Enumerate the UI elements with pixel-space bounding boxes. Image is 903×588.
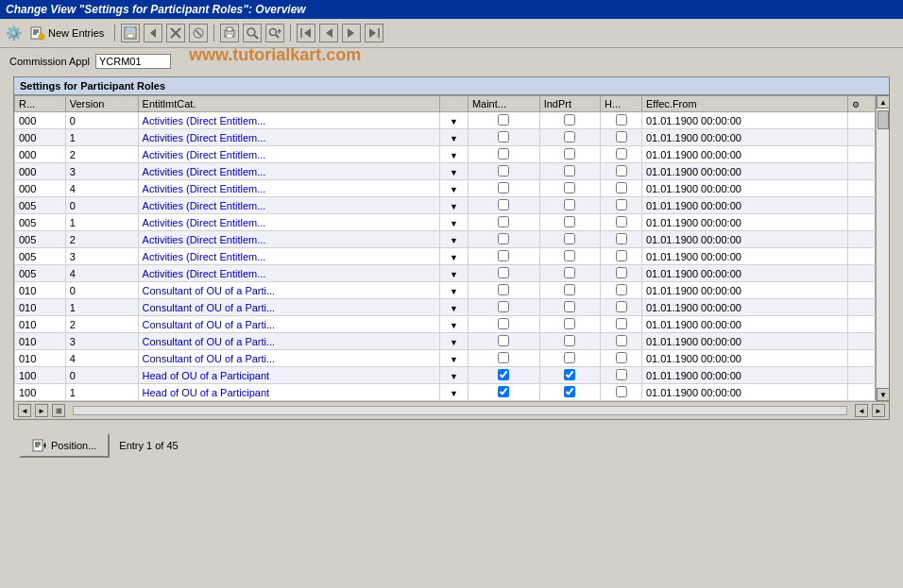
cell-dropdown-arrow[interactable]: ▼ xyxy=(439,180,468,197)
maint-checkbox[interactable] xyxy=(498,199,509,210)
customizing-icon[interactable]: ⚙️ xyxy=(6,25,22,41)
cell-h[interactable] xyxy=(601,197,642,214)
h-checkbox[interactable] xyxy=(616,199,627,210)
indprt-checkbox[interactable] xyxy=(564,284,575,295)
indprt-checkbox[interactable] xyxy=(564,318,575,329)
maint-checkbox[interactable] xyxy=(498,335,509,346)
table-row[interactable]: 0051Activities (Direct Entitlem...▼01.01… xyxy=(15,214,876,231)
h-checkbox[interactable] xyxy=(616,267,627,278)
cell-indprt[interactable] xyxy=(539,282,600,299)
cell-maint[interactable] xyxy=(468,299,539,316)
cell-indprt[interactable] xyxy=(539,350,600,367)
h-checkbox[interactable] xyxy=(616,284,627,295)
cell-dropdown-arrow[interactable]: ▼ xyxy=(439,112,468,129)
exit-icon[interactable] xyxy=(166,24,185,42)
cell-h[interactable] xyxy=(601,163,642,180)
vertical-scrollbar[interactable]: ▲ ▼ xyxy=(876,95,889,401)
indprt-checkbox[interactable] xyxy=(564,114,575,126)
cell-h[interactable] xyxy=(601,112,642,129)
cell-maint[interactable] xyxy=(468,367,539,384)
cell-indprt[interactable] xyxy=(539,129,600,146)
maint-checkbox[interactable] xyxy=(498,284,509,295)
cell-dropdown-arrow[interactable]: ▼ xyxy=(439,333,468,350)
table-row[interactable]: 0100Consultant of OU of a Parti...▼01.01… xyxy=(15,282,876,299)
maint-checkbox[interactable] xyxy=(498,165,509,176)
table-row[interactable]: 0050Activities (Direct Entitlem...▼01.01… xyxy=(15,197,876,214)
col-header-settings[interactable]: ⚙ xyxy=(848,96,876,112)
cell-indprt[interactable] xyxy=(539,316,600,333)
table-row[interactable]: 0103Consultant of OU of a Parti...▼01.01… xyxy=(15,333,876,350)
cell-h[interactable] xyxy=(601,265,642,282)
maint-checkbox[interactable] xyxy=(498,386,509,397)
h-checkbox[interactable] xyxy=(616,335,627,346)
indprt-checkbox[interactable] xyxy=(564,199,575,210)
maint-checkbox[interactable] xyxy=(498,369,509,380)
maint-checkbox[interactable] xyxy=(498,233,509,244)
maint-checkbox[interactable] xyxy=(498,216,509,227)
horizontal-scroll-track[interactable] xyxy=(73,406,847,415)
cell-h[interactable] xyxy=(601,367,642,384)
indprt-checkbox[interactable] xyxy=(564,131,575,143)
cell-maint[interactable] xyxy=(468,146,539,163)
indprt-checkbox[interactable] xyxy=(564,165,575,176)
cell-maint[interactable] xyxy=(468,282,539,299)
cell-indprt[interactable] xyxy=(539,299,600,316)
indprt-checkbox[interactable] xyxy=(564,250,575,261)
maint-checkbox[interactable] xyxy=(498,114,509,126)
h-checkbox[interactable] xyxy=(616,318,627,329)
h-checkbox[interactable] xyxy=(616,148,627,160)
cell-indprt[interactable] xyxy=(539,163,600,180)
table-row[interactable]: 0003Activities (Direct Entitlem...▼01.01… xyxy=(15,163,876,180)
h-checkbox[interactable] xyxy=(616,369,627,380)
print-icon[interactable] xyxy=(220,24,239,42)
cell-h[interactable] xyxy=(601,129,642,146)
cell-h[interactable] xyxy=(601,282,642,299)
cell-indprt[interactable] xyxy=(539,214,600,231)
indprt-checkbox[interactable] xyxy=(564,148,575,160)
h-checkbox[interactable] xyxy=(616,386,627,397)
cell-h[interactable] xyxy=(601,350,642,367)
cell-dropdown-arrow[interactable]: ▼ xyxy=(439,146,468,163)
cell-maint[interactable] xyxy=(468,350,539,367)
indprt-checkbox[interactable] xyxy=(564,267,575,278)
indprt-checkbox[interactable] xyxy=(564,335,575,346)
h-checkbox[interactable] xyxy=(616,182,627,193)
cell-maint[interactable] xyxy=(468,214,539,231)
scroll-thumb[interactable] xyxy=(877,110,889,129)
maint-checkbox[interactable] xyxy=(498,182,509,193)
cell-dropdown-arrow[interactable]: ▼ xyxy=(439,248,468,265)
commission-appl-input[interactable] xyxy=(95,54,171,69)
maint-checkbox[interactable] xyxy=(498,301,509,312)
cell-maint[interactable] xyxy=(468,231,539,248)
cell-dropdown-arrow[interactable]: ▼ xyxy=(439,231,468,248)
maint-checkbox[interactable] xyxy=(498,318,509,329)
indprt-checkbox[interactable] xyxy=(564,216,575,227)
maint-checkbox[interactable] xyxy=(498,131,509,143)
h-checkbox[interactable] xyxy=(616,131,627,143)
cell-indprt[interactable] xyxy=(539,367,600,384)
save-icon[interactable] xyxy=(121,24,140,42)
table-row[interactable]: 0004Activities (Direct Entitlem...▼01.01… xyxy=(15,180,876,197)
cell-indprt[interactable] xyxy=(539,112,600,129)
cell-h[interactable] xyxy=(601,180,642,197)
cell-maint[interactable] xyxy=(468,265,539,282)
cell-maint[interactable] xyxy=(468,163,539,180)
h-checkbox[interactable] xyxy=(616,165,627,176)
maint-checkbox[interactable] xyxy=(498,267,509,278)
scroll-up-button[interactable]: ▲ xyxy=(877,95,890,109)
maint-checkbox[interactable] xyxy=(498,250,509,261)
cell-dropdown-arrow[interactable]: ▼ xyxy=(439,214,468,231)
nav-right-button[interactable]: ► xyxy=(35,404,48,417)
previous-icon[interactable] xyxy=(319,24,338,42)
last-icon[interactable] xyxy=(365,24,383,42)
table-row[interactable]: 0052Activities (Direct Entitlem...▼01.01… xyxy=(15,231,876,248)
table-row[interactable]: 0053Activities (Direct Entitlem...▼01.01… xyxy=(15,248,876,265)
indprt-checkbox[interactable] xyxy=(564,233,575,244)
table-row[interactable]: 0000Activities (Direct Entitlem...▼01.01… xyxy=(15,112,876,129)
cell-indprt[interactable] xyxy=(539,384,600,401)
cell-dropdown-arrow[interactable]: ▼ xyxy=(439,163,468,180)
cell-indprt[interactable] xyxy=(539,248,600,265)
maint-checkbox[interactable] xyxy=(498,148,509,160)
indprt-checkbox[interactable] xyxy=(564,352,575,363)
indprt-checkbox[interactable] xyxy=(564,386,575,397)
